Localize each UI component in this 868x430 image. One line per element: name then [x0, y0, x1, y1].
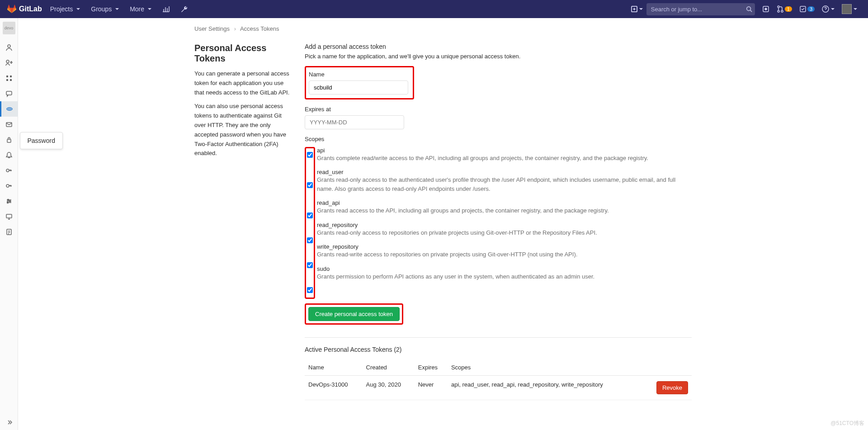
sidebar-project-avatar[interactable]: devo: [3, 22, 15, 34]
scopes-label: Scopes: [305, 136, 692, 142]
th-scopes: Scopes: [448, 359, 644, 376]
svg-point-3: [765, 8, 767, 10]
form-subtitle: Pick a name for the application, and we'…: [305, 52, 692, 61]
expires-input[interactable]: [305, 115, 404, 129]
svg-point-24: [7, 202, 8, 203]
desc-p1: You can generate a personal access token…: [194, 69, 294, 97]
divider: [305, 337, 692, 338]
sidebar-item-active-sessions[interactable]: [0, 209, 18, 224]
plus-dropdown[interactable]: [627, 3, 646, 15]
sidebar-tooltip: Password: [20, 132, 63, 149]
create-token-button[interactable]: Create personal access token: [308, 307, 400, 321]
description-column: Personal Access Tokens You can generate …: [194, 43, 294, 400]
scope-desc: Grants read-write access to repositories…: [317, 250, 692, 259]
revoke-button[interactable]: Revoke: [656, 381, 688, 394]
scope-name: read_api: [317, 199, 692, 206]
active-tokens-title: Active Personal Access Tokens (2): [305, 346, 692, 353]
scope-checkbox-read_user[interactable]: [307, 182, 313, 188]
search-input[interactable]: [646, 3, 755, 15]
th-name: Name: [305, 359, 363, 376]
user-avatar-dropdown[interactable]: [838, 1, 861, 17]
merge-requests-icon[interactable]: 1: [773, 3, 796, 15]
th-created: Created: [363, 359, 415, 376]
svg-point-10: [6, 60, 9, 63]
svg-rect-13: [10, 76, 12, 77]
scope-item-read_user: read_user Grants read-only access to the…: [317, 169, 692, 193]
svg-point-21: [6, 184, 9, 187]
scope-checkbox-write_repository[interactable]: [307, 262, 313, 268]
gitlab-logo[interactable]: GitLab: [7, 5, 42, 14]
sidebar-item-account[interactable]: [0, 55, 18, 71]
scope-checkbox-read_api[interactable]: [307, 213, 313, 218]
search-wrap: [646, 3, 755, 15]
sidebar-item-profile[interactable]: [0, 40, 18, 55]
nav-groups[interactable]: Groups: [86, 2, 123, 16]
scope-checkbox-read_repository[interactable]: [307, 237, 313, 243]
name-input[interactable]: [309, 80, 408, 95]
svg-point-23: [9, 201, 10, 202]
svg-rect-14: [6, 79, 8, 81]
todos-icon[interactable]: 3: [796, 3, 818, 15]
scope-name: read_user: [317, 169, 692, 175]
breadcrumb: User Settings › Access Tokens: [194, 25, 692, 32]
svg-point-1: [747, 7, 751, 11]
scope-desc: Grants read-only access to repositories …: [317, 228, 692, 237]
scope-name: api: [317, 147, 692, 154]
table-row: DevOps-31000 Aug 30, 2020 Never api, rea…: [305, 375, 692, 400]
activity-icon[interactable]: [158, 2, 174, 16]
nav-projects[interactable]: Projects: [46, 2, 85, 16]
svg-point-20: [6, 169, 9, 172]
scope-item-read_repository: read_repository Grants read-only access …: [317, 222, 692, 237]
svg-rect-12: [6, 76, 8, 77]
avatar-icon: [842, 4, 852, 14]
scope-name: sudo: [317, 265, 692, 272]
help-icon[interactable]: [818, 3, 838, 15]
todo-badge: 3: [807, 6, 815, 12]
search-icon[interactable]: [746, 6, 752, 12]
scope-name: read_repository: [317, 222, 692, 228]
scope-name: write_repository: [317, 243, 692, 250]
breadcrumb-user-settings[interactable]: User Settings: [194, 25, 230, 32]
scope-desc: Grants read-only access to the authentic…: [317, 175, 692, 193]
form-column: Add a personal access token Pick a name …: [305, 43, 692, 400]
sidebar-item-ssh-keys[interactable]: [0, 163, 18, 178]
main-content: User Settings › Access Tokens Personal A…: [18, 18, 868, 430]
th-expires: Expires: [415, 359, 448, 376]
svg-point-4: [778, 6, 779, 8]
issues-icon[interactable]: [759, 3, 773, 15]
wrench-icon[interactable]: [176, 2, 192, 16]
svg-point-9: [8, 45, 10, 47]
scope-checkbox-api[interactable]: [307, 152, 313, 158]
svg-rect-19: [7, 139, 11, 142]
scope-item-write_repository: write_repository Grants read-write acces…: [317, 243, 692, 259]
breadcrumb-sep: ›: [234, 25, 236, 32]
svg-point-5: [778, 10, 779, 12]
sidebar-item-preferences[interactable]: [0, 194, 18, 209]
sidebar-item-emails[interactable]: [0, 117, 18, 132]
sidebar-item-gpg-keys[interactable]: [0, 178, 18, 194]
breadcrumb-current: Access Tokens: [240, 25, 279, 32]
sidebar-item-notifications[interactable]: [0, 147, 18, 163]
svg-point-11: [10, 62, 12, 63]
svg-point-22: [7, 199, 9, 201]
scope-item-sudo: sudo Grants permission to perform API ac…: [317, 265, 692, 281]
sidebar-item-applications[interactable]: [0, 71, 18, 86]
scope-item-api: api Grants complete read/write access to…: [317, 147, 692, 163]
scope-desc: Grants complete read/write access to the…: [317, 154, 692, 163]
form-title: Add a personal access token: [305, 43, 692, 50]
cell-created: Aug 30, 2020: [363, 375, 415, 400]
cell-expires: Never: [415, 375, 448, 400]
sidebar-expand[interactable]: [0, 415, 18, 430]
sidebar-item-chat[interactable]: [0, 86, 18, 101]
left-sidebar: devo Password: [0, 18, 18, 430]
scope-checkbox-sudo[interactable]: [307, 287, 313, 293]
scope-item-read_api: read_api Grants read access to the API, …: [317, 199, 692, 215]
mr-badge: 1: [785, 6, 792, 12]
tanuki-icon: [7, 5, 16, 14]
sidebar-item-authentication-log[interactable]: [0, 224, 18, 240]
sidebar-item-password[interactable]: Password: [0, 132, 18, 147]
name-label: Name: [309, 71, 408, 78]
sidebar-item-access-tokens[interactable]: [0, 101, 18, 117]
nav-more[interactable]: More: [125, 2, 156, 16]
svg-rect-15: [10, 79, 12, 81]
